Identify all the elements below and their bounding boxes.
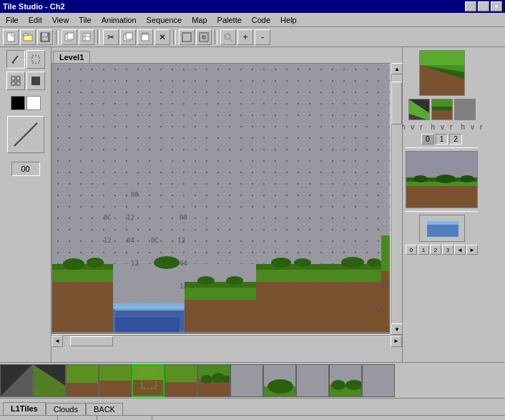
- scroll-down-button[interactable]: ▼: [391, 323, 403, 335]
- svg-point-102: [460, 175, 474, 182]
- svg-rect-15: [182, 33, 191, 41]
- status-bar: Size: 41 x 41 (21, 39) Tile 15 of 32: [0, 415, 505, 420]
- bottom-tile-2[interactable]: [33, 364, 66, 397]
- title-text: Tile Studio - Ch2: [3, 2, 65, 11]
- right-terrain-preview: [406, 151, 478, 208]
- frame1-button[interactable]: [179, 29, 195, 45]
- right-nav-prev[interactable]: ◄: [454, 245, 466, 255]
- bottom-tile-8[interactable]: [230, 364, 263, 397]
- menu-file[interactable]: File: [1, 14, 23, 26]
- hvr-labels: hvr hvr hvr: [406, 123, 478, 131]
- scroll-right-button[interactable]: ►: [391, 336, 402, 347]
- copy-tile-button[interactable]: [62, 29, 77, 45]
- menu-animation[interactable]: Animation: [97, 14, 141, 26]
- line-tool-button[interactable]: [7, 116, 44, 153]
- bottom-tile-1[interactable]: [0, 364, 33, 397]
- bottom-tile-10[interactable]: [296, 364, 329, 397]
- right-nav-next[interactable]: ►: [466, 245, 478, 255]
- open-button[interactable]: [20, 29, 36, 45]
- minimize-button[interactable]: _: [465, 1, 476, 11]
- bottom-tile-4[interactable]: [99, 364, 132, 397]
- background-color[interactable]: [26, 96, 41, 110]
- small-tile-2[interactable]: [431, 99, 453, 120]
- svg-rect-88: [420, 51, 465, 65]
- tab-back[interactable]: BACK: [86, 403, 123, 415]
- svg-point-131: [345, 380, 362, 390]
- bottom-tile-11[interactable]: [329, 364, 362, 397]
- vertical-scrollbar[interactable]: ▲ ▼: [391, 63, 402, 335]
- scroll-thumb-h[interactable]: [70, 336, 113, 346]
- right-panel: hvr hvr hvr 0 1 2: [402, 47, 481, 362]
- svg-point-18: [225, 34, 230, 39]
- paste-tile-button[interactable]: [79, 29, 94, 45]
- frame2-button[interactable]: [196, 29, 212, 45]
- zoom-in-button[interactable]: +: [237, 29, 253, 45]
- small-tile-3[interactable]: [454, 99, 476, 120]
- grid-button[interactable]: [6, 72, 25, 90]
- tile-info-status: Tile 15 of 32: [97, 416, 152, 420]
- bottom-tile-5[interactable]: [132, 364, 165, 397]
- scroll-thumb-v[interactable]: [391, 82, 402, 124]
- svg-rect-17: [202, 35, 206, 39]
- horizontal-scrollbar[interactable]: ◄ ►: [52, 335, 402, 346]
- menu-palette[interactable]: Palette: [213, 14, 246, 26]
- radio-2[interactable]: 2: [449, 134, 462, 145]
- level1-tab[interactable]: Level1: [53, 51, 90, 63]
- save-button[interactable]: [37, 29, 53, 45]
- tab-l1tiles[interactable]: L1Tiles: [3, 402, 46, 415]
- menu-bar: File Edit View Tile Animation Sequence M…: [0, 13, 505, 27]
- bottom-tile-3[interactable]: [66, 364, 99, 397]
- right-nav-1[interactable]: 1: [418, 245, 429, 255]
- scroll-left-button[interactable]: ◄: [52, 336, 63, 347]
- right-nav-3[interactable]: 3: [442, 245, 453, 255]
- menu-sequence[interactable]: Sequence: [142, 14, 187, 26]
- main-layout: 00 Level1: [0, 47, 505, 362]
- svg-rect-27: [31, 77, 40, 85]
- right-nav-2[interactable]: 2: [430, 245, 441, 255]
- svg-point-101: [436, 175, 456, 183]
- menu-code[interactable]: Code: [247, 14, 275, 26]
- svg-line-19: [230, 39, 232, 41]
- delete-button[interactable]: ✕: [155, 29, 170, 45]
- bottom-tiles-container: [0, 364, 505, 397]
- tilemap-svg: 01 09 08 10 10 0C 12 08 10 12 04 0C 12 1…: [52, 64, 391, 332]
- radio-0[interactable]: 0: [421, 134, 434, 145]
- pencil-button[interactable]: [6, 50, 25, 69]
- foreground-color[interactable]: [11, 96, 25, 110]
- small-tile-1[interactable]: [408, 99, 430, 120]
- fill-button[interactable]: [26, 72, 45, 90]
- cut-button[interactable]: ✂: [103, 29, 119, 45]
- menu-edit[interactable]: Edit: [24, 14, 46, 26]
- tile-canvas[interactable]: 01 09 08 10 10 0C 12 08 10 12 04 0C 12 1…: [52, 63, 391, 335]
- main-tile-preview: [419, 50, 465, 96]
- new-button[interactable]: [3, 29, 19, 45]
- zoom-out-button[interactable]: -: [255, 29, 270, 45]
- menu-help[interactable]: Help: [276, 14, 301, 26]
- svg-rect-25: [11, 82, 15, 85]
- paste-button[interactable]: [137, 29, 153, 45]
- right-scroll-row: 0 1 2 3 ◄ ►: [406, 245, 478, 255]
- menu-view[interactable]: View: [48, 14, 74, 26]
- toolbar-sep3: [173, 30, 176, 44]
- svg-rect-2: [24, 34, 28, 36]
- menu-tile[interactable]: Tile: [74, 14, 95, 26]
- svg-rect-105: [427, 221, 459, 225]
- radio-1[interactable]: 1: [436, 134, 448, 145]
- bottom-tile-9[interactable]: [263, 364, 296, 397]
- bottom-tile-7[interactable]: [197, 364, 230, 397]
- tab-clouds[interactable]: Clouds: [46, 403, 86, 415]
- title-bar: Tile Studio - Ch2 _ □ ×: [0, 0, 505, 13]
- copy-button[interactable]: [120, 29, 136, 45]
- bottom-tile-12[interactable]: [362, 364, 395, 397]
- svg-rect-117: [165, 382, 197, 397]
- close-button[interactable]: ×: [491, 1, 502, 11]
- bottom-tile-6[interactable]: [165, 364, 197, 397]
- zoom-button[interactable]: [220, 29, 236, 45]
- right-nav-0[interactable]: 0: [406, 245, 417, 255]
- svg-rect-83: [52, 64, 391, 332]
- menu-map[interactable]: Map: [187, 14, 211, 26]
- select-button[interactable]: [26, 50, 45, 69]
- svg-rect-95: [455, 99, 476, 120]
- scroll-up-button[interactable]: ▲: [391, 63, 403, 74]
- maximize-button[interactable]: □: [478, 1, 489, 11]
